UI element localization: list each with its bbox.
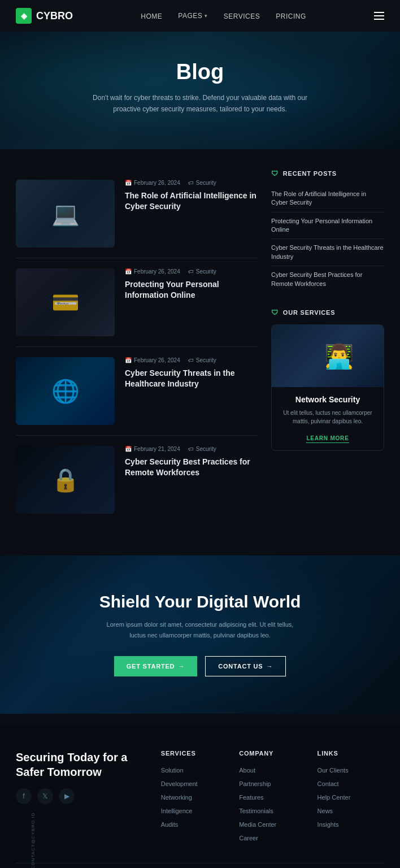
cta-section: Shield Your Digital World Lorem ipsum do… xyxy=(0,555,400,714)
footer: CONTACT@CYBRO.ID Securing Today for a Sa… xyxy=(0,725,400,868)
calendar-icon: 📅 xyxy=(125,180,132,186)
nav-links: HOME PAGES ▾ SERVICES PRICING xyxy=(141,11,306,21)
main-content: 📅 February 26, 2024 🏷 Security The Role … xyxy=(0,149,400,544)
footer-company-links: About Partnership Features Testimonials … xyxy=(239,765,306,843)
logo-text: CYBRO xyxy=(36,10,73,22)
footer-company-heading: COMPANY xyxy=(239,750,306,757)
service-card: Network Security Ut elit tellus, luctus … xyxy=(271,324,384,451)
nav-pages[interactable]: PAGES ▾ xyxy=(178,12,207,20)
footer-link[interactable]: Testimonials xyxy=(239,808,273,814)
shield-icon: 🛡 xyxy=(271,309,279,316)
post-thumbnail[interactable] xyxy=(16,180,115,248)
contact-us-button[interactable]: CONTACT US → xyxy=(205,656,286,676)
twitter-icon[interactable]: 𝕏 xyxy=(37,788,53,804)
post-date: 📅 February 26, 2024 xyxy=(125,268,180,275)
footer-link[interactable]: Contact xyxy=(318,780,339,787)
footer-services-col: SERVICES Solution Development Networking… xyxy=(161,750,228,843)
footer-bottom: Powered by SocioLib. Privacy Policy Our … xyxy=(16,863,384,868)
post-title[interactable]: Cyber Security Threats in the Healthcare… xyxy=(125,368,258,390)
footer-services-heading: SERVICES xyxy=(161,750,228,757)
post-title[interactable]: Protecting Your Personal Information Onl… xyxy=(125,279,258,301)
nav-services[interactable]: SERVICES xyxy=(224,12,260,20)
recent-post-item[interactable]: Cyber Security Threats in the Healthcare… xyxy=(271,239,384,266)
post-thumbnail[interactable] xyxy=(16,268,115,336)
footer-brand: Securing Today for a Safer Tomorrow f 𝕏 … xyxy=(16,750,150,843)
calendar-icon: 📅 xyxy=(125,357,132,363)
hamburger-menu[interactable] xyxy=(374,12,384,20)
service-description: Ut elit tellus, luctus nec ullamcorper m… xyxy=(280,409,376,426)
footer-link[interactable]: Media Center xyxy=(239,821,276,828)
nav-home[interactable]: HOME xyxy=(141,12,162,20)
our-services-heading: 🛡 OUR SERVICES xyxy=(271,309,384,316)
youtube-icon[interactable]: ▶ xyxy=(59,788,75,804)
footer-link[interactable]: Audits xyxy=(161,821,179,828)
footer-link[interactable]: Networking xyxy=(161,794,192,801)
recent-post-item[interactable]: Cyber Security Best Practices for Remote… xyxy=(271,266,384,293)
post-card: 📅 February 21, 2024 🏷 Security Cyber Sec… xyxy=(16,436,258,524)
logo[interactable]: ◈ CYBRO xyxy=(16,8,73,24)
cta-description: Lorem ipsum dolor sit amet, consectetur … xyxy=(104,619,296,640)
post-title[interactable]: Cyber Security Best Practices for Remote… xyxy=(125,457,258,479)
service-title: Network Security xyxy=(280,395,376,404)
post-info: 📅 February 26, 2024 🏷 Security Protectin… xyxy=(125,268,258,336)
post-date: 📅 February 26, 2024 xyxy=(125,180,180,186)
footer-top: Securing Today for a Safer Tomorrow f 𝕏 … xyxy=(16,750,384,863)
service-image xyxy=(272,325,384,387)
chevron-down-icon: ▾ xyxy=(205,13,208,19)
shield-icon: 🛡 xyxy=(271,170,279,177)
post-thumbnail[interactable] xyxy=(16,357,115,425)
post-date: 📅 February 26, 2024 xyxy=(125,357,180,363)
footer-link[interactable]: Partnership xyxy=(239,780,271,787)
learn-more-button[interactable]: LEARN MORE xyxy=(306,435,349,443)
post-card: 📅 February 26, 2024 🏷 Security Protectin… xyxy=(16,258,258,347)
post-date: 📅 February 21, 2024 xyxy=(125,446,180,452)
facebook-icon[interactable]: f xyxy=(16,788,32,804)
footer-link[interactable]: Insights xyxy=(318,821,339,828)
calendar-icon: 📅 xyxy=(125,446,132,452)
navbar: ◈ CYBRO HOME PAGES ▾ SERVICES PRICING xyxy=(0,0,400,32)
footer-link[interactable]: Intelligence xyxy=(161,808,193,814)
recent-post-item[interactable]: Protecting Your Personal Information Onl… xyxy=(271,212,384,240)
post-category: 🏷 Security xyxy=(188,268,216,275)
arrow-icon: → xyxy=(266,663,273,670)
hero-section: Blog Don't wait for cyber threats to str… xyxy=(0,32,400,149)
footer-social: f 𝕏 ▶ xyxy=(16,788,150,804)
nav-pricing[interactable]: PRICING xyxy=(276,12,306,20)
footer-link[interactable]: Solution xyxy=(161,767,184,774)
calendar-icon: 📅 xyxy=(125,268,132,275)
tag-icon: 🏷 xyxy=(188,180,194,186)
post-thumbnail[interactable] xyxy=(16,446,115,514)
footer-link[interactable]: News xyxy=(318,808,333,814)
recent-posts-section: 🛡 RECENT POSTS The Role of Artificial In… xyxy=(271,170,384,293)
service-content: Network Security Ut elit tellus, luctus … xyxy=(272,387,384,450)
post-category: 🏷 Security xyxy=(188,180,216,186)
post-meta: 📅 February 26, 2024 🏷 Security xyxy=(125,357,258,363)
footer-link[interactable]: About xyxy=(239,767,255,774)
footer-link[interactable]: Development xyxy=(161,780,198,787)
footer-links-heading: LINKS xyxy=(318,750,384,757)
our-services-section: 🛡 OUR SERVICES Network Security Ut elit … xyxy=(271,309,384,451)
footer-link[interactable]: Help Center xyxy=(318,794,351,801)
post-info: 📅 February 26, 2024 🏷 Security Cyber Sec… xyxy=(125,357,258,425)
post-category: 🏷 Security xyxy=(188,446,216,452)
post-category: 🏷 Security xyxy=(188,357,216,363)
hero-title: Blog xyxy=(176,60,224,84)
sidebar: 🛡 RECENT POSTS The Role of Artificial In… xyxy=(271,170,384,524)
footer-brand-title: Securing Today for a Safer Tomorrow xyxy=(16,750,150,779)
tag-icon: 🏷 xyxy=(188,268,194,275)
footer-company-col: COMPANY About Partnership Features Testi… xyxy=(239,750,306,843)
post-meta: 📅 February 26, 2024 🏷 Security xyxy=(125,268,258,275)
post-card: 📅 February 26, 2024 🏷 Security The Role … xyxy=(16,170,258,258)
cta-buttons: GET STARTED → CONTACT US → xyxy=(114,656,286,676)
post-title[interactable]: The Role of Artificial Intelligence in C… xyxy=(125,190,258,212)
footer-links-col: LINKS Our Clients Contact Help Center Ne… xyxy=(318,750,384,843)
cta-title: Shield Your Digital World xyxy=(99,592,301,611)
recent-post-item[interactable]: The Role of Artificial Intelligence in C… xyxy=(271,185,384,212)
footer-link[interactable]: Features xyxy=(239,794,263,801)
footer-services-links: Solution Development Networking Intellig… xyxy=(161,765,228,829)
post-card: 📅 February 26, 2024 🏷 Security Cyber Sec… xyxy=(16,347,258,436)
footer-link[interactable]: Our Clients xyxy=(318,767,349,774)
footer-link[interactable]: Career xyxy=(239,835,258,841)
recent-posts-heading: 🛡 RECENT POSTS xyxy=(271,170,384,177)
get-started-button[interactable]: GET STARTED → xyxy=(114,656,197,676)
